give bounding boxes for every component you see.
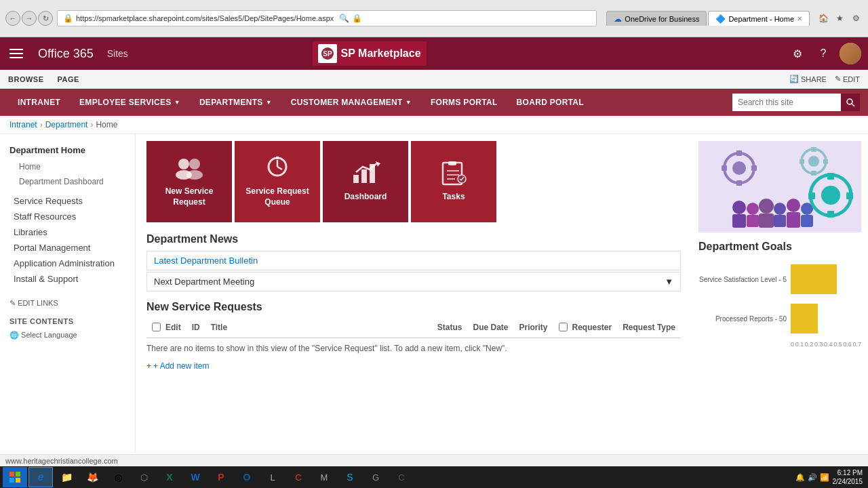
- page-button[interactable]: PAGE: [58, 75, 79, 83]
- office365-label: Office 365: [38, 47, 94, 61]
- breadcrumb-intranet[interactable]: Intranet: [9, 120, 37, 129]
- nav-arrow-icon: ▼: [174, 99, 180, 106]
- dept-news-heading: Department News: [146, 233, 681, 245]
- nav-customer-management[interactable]: CUSTOMER MANAGEMENT ▼: [281, 89, 421, 116]
- svg-rect-18: [448, 161, 456, 165]
- col-requester: Requester: [567, 321, 618, 335]
- news-item-meeting[interactable]: Next Department Meeting ▼: [146, 272, 681, 291]
- news-item-bulletin[interactable]: Latest Department Bulletin: [146, 251, 681, 270]
- chart-row-reports: Processed Reports - 50: [698, 302, 861, 336]
- taskbar-app1[interactable]: ⬡: [132, 467, 156, 487]
- tile-tasks[interactable]: Tasks: [411, 141, 496, 222]
- chart-label-reports: Processed Reports - 50: [698, 315, 787, 323]
- settings-browser-icon[interactable]: ⚙: [849, 12, 863, 25]
- taskbar-app2[interactable]: L: [260, 467, 285, 487]
- taskbar-app3[interactable]: C: [286, 467, 311, 487]
- sidebar-item-libraries[interactable]: Libraries: [0, 224, 135, 240]
- taskbar-ie[interactable]: e: [28, 467, 53, 487]
- chart-label-satisfaction: Service Satisfaction Level - 5: [698, 276, 787, 283]
- taskbar-app6[interactable]: C: [389, 467, 414, 487]
- no-items-message: There are no items to show in this view …: [146, 338, 681, 359]
- search-input[interactable]: [732, 94, 841, 111]
- right-panel: Department Goals Service Satisfaction Le…: [692, 134, 868, 453]
- edit-button[interactable]: ✎ EDIT: [835, 75, 860, 83]
- new-service-request-label: New ServiceRequest: [165, 186, 214, 207]
- hamburger-menu[interactable]: [7, 43, 28, 64]
- service-request-queue-label: Service RequestQueue: [245, 186, 309, 207]
- sidebar: Department Home Home Department Dashboar…: [0, 134, 136, 453]
- breadcrumb-department[interactable]: Department: [45, 120, 88, 129]
- taskbar-app4[interactable]: M: [312, 467, 336, 487]
- settings-icon[interactable]: ⚙: [788, 44, 807, 63]
- url-text: https://spmarketplace.sharepoint.com/sit…: [76, 14, 334, 22]
- browse-button[interactable]: BROWSE: [8, 75, 44, 83]
- refresh-button[interactable]: ↻: [38, 11, 53, 26]
- volume-icon[interactable]: 🔊: [807, 472, 818, 483]
- tasks-icon: [439, 161, 469, 188]
- svg-rect-35: [823, 159, 828, 164]
- svg-rect-54: [9, 472, 14, 476]
- svg-rect-26: [736, 150, 742, 156]
- svg-rect-33: [811, 171, 816, 176]
- tab-department-home[interactable]: 🔷 Department - Home ✕: [708, 11, 810, 26]
- sites-label[interactable]: Sites: [107, 48, 128, 59]
- top-bar-right: ⚙ ?: [788, 43, 861, 64]
- avatar[interactable]: [840, 43, 861, 64]
- taskbar-skype[interactable]: S: [338, 467, 362, 487]
- taskbar-system-icons: 🔔 🔊 📶: [795, 472, 830, 483]
- svg-point-5: [189, 159, 200, 169]
- svg-point-7: [186, 170, 203, 180]
- select-language-button[interactable]: 🌐 Select Language: [0, 328, 135, 342]
- home-browser-icon[interactable]: 🏠: [816, 12, 830, 25]
- col-checkbox: [146, 321, 160, 335]
- network-icon[interactable]: 📶: [819, 472, 830, 483]
- sidebar-item-portal-management[interactable]: Portal Management: [0, 240, 135, 256]
- taskbar-ppt[interactable]: P: [209, 467, 233, 487]
- nav-employee-services[interactable]: EMPLOYEE SERVICES ▼: [70, 89, 190, 116]
- nav-board-portal[interactable]: BOARD PORTAL: [507, 89, 593, 116]
- sidebar-item-dashboard[interactable]: Department Dashboard: [0, 174, 135, 189]
- taskbar-firefox[interactable]: 🦊: [80, 467, 104, 487]
- sidebar-item-install-support[interactable]: Install & Support: [0, 271, 135, 287]
- sidebar-item-home[interactable]: Home: [0, 159, 135, 174]
- ribbon-right: 🔄 SHARE ✎ EDIT: [789, 75, 860, 83]
- forward-button[interactable]: →: [22, 11, 37, 26]
- star-browser-icon[interactable]: ★: [833, 12, 846, 25]
- taskbar-excel[interactable]: X: [157, 467, 182, 487]
- tile-service-request-queue[interactable]: Service RequestQueue: [235, 141, 320, 222]
- main-layout: Department Home Home Department Dashboar…: [0, 134, 868, 453]
- collapsible-arrow-icon: ▼: [665, 277, 673, 287]
- add-new-item-link[interactable]: + + Add new item: [146, 361, 681, 371]
- close-tab-icon[interactable]: ✕: [797, 15, 802, 22]
- search-button[interactable]: [841, 94, 860, 111]
- taskbar-app5[interactable]: G: [363, 467, 388, 487]
- col-checkbox2: [553, 321, 567, 335]
- svg-rect-28: [722, 165, 727, 171]
- tab-onedrive[interactable]: ☁ OneDrive for Business: [606, 11, 707, 26]
- sidebar-item-staff-resources[interactable]: Staff Resources: [0, 209, 135, 224]
- taskbar-chrome[interactable]: ◎: [106, 467, 130, 487]
- nav-forms-portal[interactable]: FORMS PORTAL: [421, 89, 507, 116]
- taskbar-word[interactable]: W: [183, 467, 208, 487]
- tile-new-service-request[interactable]: New ServiceRequest: [146, 141, 232, 222]
- sidebar-item-app-admin[interactable]: Application Administration: [0, 256, 135, 271]
- svg-rect-47: [801, 215, 813, 227]
- address-bar[interactable]: 🔒 https://spmarketplace.sharepoint.com/s…: [57, 10, 597, 26]
- help-icon[interactable]: ?: [814, 44, 833, 63]
- start-button[interactable]: [3, 467, 27, 487]
- sidebar-item-service-requests[interactable]: Service Requests: [0, 193, 135, 209]
- taskbar-explorer[interactable]: 📁: [54, 467, 79, 487]
- status-bar: www.heritagechristiancollege.com: [0, 454, 868, 466]
- back-button[interactable]: ←: [5, 11, 20, 26]
- tile-dashboard[interactable]: Dashboard: [323, 141, 408, 222]
- chart-axis: 0 0.1 0.2 0.3 0.4 0.5 0.6 0.7: [698, 341, 861, 348]
- edit-links-button[interactable]: ✎ EDIT LINKS: [0, 295, 135, 312]
- chart-row-satisfaction: Service Satisfaction Level - 5: [698, 262, 861, 296]
- notification-icon[interactable]: 🔔: [795, 472, 806, 483]
- taskbar-outlook[interactable]: O: [235, 467, 259, 487]
- nav-departments[interactable]: DEPARTMENTS ▼: [190, 89, 281, 116]
- share-button[interactable]: 🔄 SHARE: [789, 75, 827, 83]
- status-url: www.heritagechristiancollege.com: [5, 457, 118, 465]
- svg-point-25: [732, 161, 746, 175]
- nav-intranet[interactable]: INTRANET: [8, 89, 70, 116]
